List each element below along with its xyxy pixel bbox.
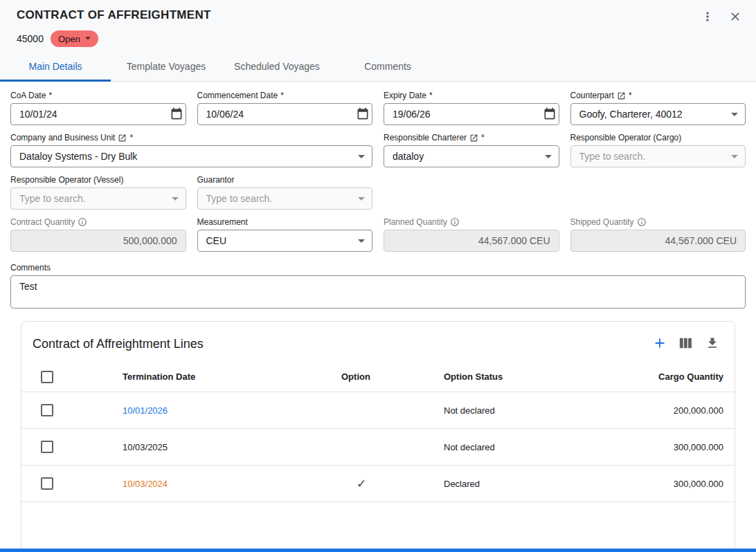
tab-scheduled-voyages[interactable]: Scheduled Voyages [222,52,332,81]
more-options-button[interactable] [696,6,719,28]
tab-main-details[interactable]: Main Details [0,52,111,81]
row-checkbox[interactable] [41,404,53,416]
chevron-down-icon [82,32,94,46]
download-button[interactable] [701,333,723,355]
responsible-operator-vessel-label: Responsible Operator (Vessel) [10,175,186,185]
company-business-unit-label: Company and Business Unit * [10,133,372,142]
expiry-date-field: Expiry Date * 19/06/26 [384,91,559,125]
counterpart-field: Counterpart * Goofy, Charterer, 40012 [570,91,746,125]
option-status-cell: Not declared [444,442,610,452]
table-row[interactable]: 10/01/2026 Not declared 200,000.000 [21,392,735,429]
termination-date-link[interactable]: 10/01/2026 [123,405,168,416]
chevron-down-icon[interactable] [167,190,183,207]
calendar-icon[interactable] [170,107,183,121]
contract-quantity-value: 500,000.000 [19,235,177,246]
dialog-header: CONTRACT OF AFFREIGHTMENT 45000 Open Mai… [0,0,756,82]
column-header-option[interactable]: Option [341,371,444,382]
coa-lines-header: Contract of Affreightment Lines [21,322,735,362]
responsible-operator-cargo-label: Responsible Operator (Cargo) [570,133,746,142]
contract-id-row: 45000 Open [0,28,756,47]
tab-bar: Main Details Template Voyages Scheduled … [0,52,756,82]
responsible-operator-cargo-input[interactable] [579,151,727,162]
measurement-select[interactable]: CEU [197,230,373,252]
planned-quantity-input: 44,567.000 CEU [384,230,559,252]
shipped-quantity-label: Shipped Quantity [570,217,746,227]
cargo-quantity-cell: 300,000.000 [610,442,723,452]
select-all-checkbox[interactable] [41,371,53,383]
tab-template-voyages[interactable]: Template Voyages [111,52,222,81]
table-row[interactable]: 10/03/2024 ✓ Declared 300,000.000 [21,466,735,502]
chevron-down-icon[interactable] [353,232,370,249]
contract-number: 45000 [17,33,44,44]
guarantor-input[interactable] [206,193,354,204]
column-header-termination-date[interactable]: Termination Date [123,371,341,382]
row-checkbox[interactable] [41,441,53,453]
responsible-charterer-value: dataloy [393,151,540,162]
coa-dialog: CONTRACT OF AFFREIGHTMENT 45000 Open Mai… [0,0,756,552]
close-button[interactable] [724,6,746,28]
responsible-charterer-select[interactable]: dataloy [384,145,559,167]
responsible-charterer-label: Responsible Charterer * [384,133,559,142]
expiry-date-value: 19/06/26 [393,109,543,120]
label-text: Planned Quantity [384,217,447,227]
info-icon[interactable] [637,217,647,227]
chevron-down-icon[interactable] [540,148,557,165]
table-header-row: Termination Date Option Option Status Ca… [21,362,735,392]
responsible-operator-vessel-field: Responsible Operator (Vessel) [10,175,186,210]
responsible-operator-vessel-input[interactable] [19,193,167,204]
columns-icon [678,335,694,353]
info-icon[interactable] [450,217,460,227]
external-link-icon[interactable] [118,134,127,142]
contract-quantity-field: Contract Quantity 500,000.000 [10,217,186,252]
table-row[interactable]: 10/03/2025 Not declared 300,000.000 [21,429,735,466]
label-text: Comments [10,263,51,273]
counterpart-label: Counterpart * [570,91,746,100]
required-marker: * [129,133,133,142]
shipped-quantity-field: Shipped Quantity 44,567.000 CEU [570,217,746,252]
termination-date-link[interactable]: 10/03/2024 [123,479,168,489]
row-checkbox[interactable] [41,477,53,490]
external-link-icon[interactable] [617,91,626,100]
contract-quantity-label: Contract Quantity [10,217,186,227]
chevron-down-icon[interactable] [353,190,370,207]
guarantor-select[interactable] [197,187,373,210]
tab-comments[interactable]: Comments [332,52,443,81]
form-grid: CoA Date * 10/01/24 Commencement Date * … [10,91,746,252]
comments-field: Comments Test [10,263,746,309]
chevron-down-icon[interactable] [726,106,743,122]
coa-date-field: CoA Date * 10/01/24 [10,91,186,125]
calendar-icon[interactable] [543,107,557,121]
column-header-option-status[interactable]: Option Status [444,371,610,382]
bottom-accent-bar [0,549,756,552]
add-line-button[interactable] [649,333,671,355]
info-icon[interactable] [78,217,87,227]
planned-quantity-value: 44,567.000 CEU [393,235,550,246]
label-text: Responsible Operator (Cargo) [570,133,682,142]
column-header-cargo-quantity[interactable]: Cargo Quantity [610,371,723,382]
external-link-icon[interactable] [469,134,478,142]
label-text: Responsible Charterer [384,133,467,142]
status-badge[interactable]: Open [51,30,98,47]
kebab-menu-icon [701,10,714,26]
coa-date-input[interactable]: 10/01/24 [10,103,186,125]
comments-textarea[interactable]: Test [10,275,746,309]
responsible-operator-vessel-select[interactable] [10,187,186,210]
measurement-label: Measurement [197,217,373,227]
label-text: Company and Business Unit [10,133,115,142]
calendar-icon[interactable] [356,107,370,121]
required-marker: * [429,91,433,100]
label-text: Counterpart [570,91,614,100]
chevron-down-icon[interactable] [353,148,370,165]
commencement-date-input[interactable]: 10/06/24 [197,103,373,125]
responsible-operator-cargo-select[interactable] [570,145,746,167]
company-business-unit-select[interactable]: Dataloy Systems - Dry Bulk [10,145,372,167]
label-text: Measurement [197,217,248,227]
header-actions [696,6,746,28]
shipped-quantity-input: 44,567.000 CEU [570,230,746,252]
counterpart-select[interactable]: Goofy, Charterer, 40012 [570,103,746,125]
termination-date-text: 10/03/2025 [123,442,168,452]
responsible-operator-cargo-field: Responsible Operator (Cargo) [570,133,746,167]
column-settings-button[interactable] [675,333,697,355]
chevron-down-icon[interactable] [726,148,743,165]
expiry-date-input[interactable]: 19/06/26 [384,103,559,125]
